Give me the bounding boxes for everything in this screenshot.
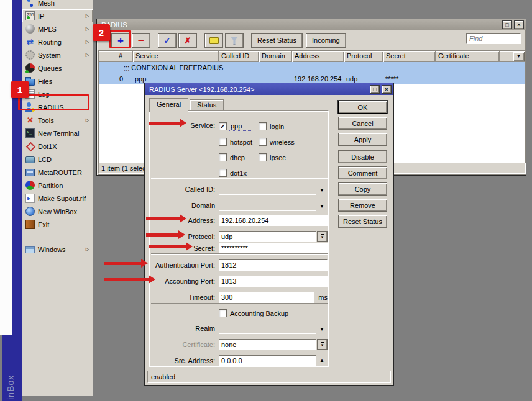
table-header: #ServiceCalled IDDomainAddressProtocolSe…	[99, 51, 525, 62]
sidebar-item-system[interactable]: System▷	[22, 48, 93, 61]
column-header-secret[interactable]: Secret	[383, 51, 436, 62]
remove-button[interactable]: Remove	[338, 199, 387, 212]
service-option-wireless[interactable]: wireless	[259, 136, 295, 148]
chevron-down-icon[interactable]: ▼	[316, 202, 328, 209]
column-header-certificate[interactable]: Certificate	[436, 51, 500, 62]
radius-window-titlebar[interactable]: RADIUS □ ×	[97, 19, 526, 30]
protocol-input[interactable]	[219, 231, 316, 242]
incoming-button[interactable]: Incoming	[306, 33, 346, 48]
checkbox-ipsec[interactable]	[259, 153, 267, 161]
sidebar-item-lcd[interactable]: LCD	[22, 153, 93, 166]
find-input[interactable]	[466, 33, 521, 44]
desktop-left-margin	[0, 0, 12, 335]
annotation-badge-2: 2	[93, 24, 110, 41]
sidebar-item-label: LCD	[38, 156, 52, 163]
address-input[interactable]	[219, 215, 328, 226]
annotation-arrow-secret	[149, 245, 186, 248]
sidebar-item-mpls[interactable]: MPLS▷	[22, 22, 93, 35]
called-id-input[interactable]	[219, 184, 316, 195]
reset-status-button[interactable]: Reset Status	[338, 215, 387, 228]
metarouter-icon	[25, 169, 35, 176]
ok-button[interactable]: OK	[338, 101, 387, 114]
sidebar-item-windows[interactable]: Windows▷	[22, 243, 93, 256]
column-select-icon[interactable]: ▼	[513, 52, 525, 61]
sidebar-item-mesh[interactable]: Mesh	[22, 0, 93, 9]
authentication-port-input[interactable]	[219, 259, 328, 271]
checkbox-ppp[interactable]: ✓	[219, 122, 227, 130]
service-option-hotspot[interactable]: hotspot	[219, 136, 259, 148]
submenu-arrow-icon: ▷	[86, 26, 89, 32]
checkbox-dhcp[interactable]	[219, 153, 227, 161]
maximize-icon[interactable]: □	[502, 20, 512, 29]
certificate-input[interactable]	[219, 339, 316, 350]
checkbox-wireless[interactable]	[259, 138, 267, 146]
dropdown-spin-icon[interactable]: ▼	[317, 339, 328, 350]
separator	[151, 303, 328, 304]
sidebar-item-tools[interactable]: ✕Tools▷	[22, 114, 93, 127]
chevron-down-icon[interactable]: ▼	[316, 325, 328, 331]
comment-button[interactable]	[204, 33, 223, 48]
checkbox-hotspot[interactable]	[219, 138, 227, 146]
sidebar-item-new-terminal[interactable]: New Terminal	[22, 127, 93, 140]
sidebar-item-routing[interactable]: ⇄Routing▷	[22, 35, 93, 48]
close-icon[interactable]: ×	[382, 85, 392, 94]
close-icon[interactable]: ×	[514, 20, 524, 29]
secret-input[interactable]	[219, 243, 328, 254]
separator	[151, 178, 328, 179]
service-option-ppp[interactable]: ✓ppp	[219, 120, 259, 132]
sidebar-item-exit[interactable]: Exit	[22, 218, 93, 231]
checkbox-login[interactable]	[259, 122, 267, 130]
disable-button[interactable]: ✗	[178, 33, 197, 48]
realm-input[interactable]	[219, 323, 316, 334]
column-header-called-id[interactable]: Called ID	[219, 51, 259, 62]
sidebar-item-ip[interactable]: IP▷	[22, 9, 93, 22]
accounting-port-input[interactable]	[219, 276, 328, 287]
sidebar-item-dot1x[interactable]: Dot1X	[22, 140, 93, 153]
sidebar-item-label: Files	[38, 78, 52, 85]
service-option-dhcp[interactable]: dhcp	[219, 151, 259, 163]
tab-general[interactable]: General	[149, 98, 188, 112]
sidebar-item-make-supout-rif[interactable]: Make Supout.rif	[22, 192, 93, 205]
chevron-up-icon[interactable]: ▲	[316, 358, 328, 363]
maximize-icon[interactable]: □	[370, 85, 380, 94]
sidebar-item-label: Queues	[38, 65, 62, 72]
sidebar-item-metarouter[interactable]: MetaROUTER	[22, 166, 93, 179]
authentication-port-label: Authentication Port:	[151, 261, 215, 269]
sidebar-item-queues[interactable]: Queues	[22, 61, 93, 74]
sidebar-item-partition[interactable]: Partition	[22, 179, 93, 192]
tab-status[interactable]: Status	[190, 99, 224, 110]
apply-button[interactable]: Apply	[338, 133, 387, 146]
remove-button[interactable]: −	[132, 33, 150, 48]
service-option-label: login	[270, 123, 284, 130]
column-header-service[interactable]: Service	[133, 51, 219, 62]
chevron-down-icon[interactable]: ▼	[316, 186, 328, 192]
timeout-input[interactable]	[219, 292, 314, 303]
column-header-protocol[interactable]: Protocol	[344, 51, 383, 62]
dropdown-spin-icon[interactable]: ▼	[317, 231, 328, 242]
column-header-address[interactable]: Address	[292, 51, 344, 62]
sidebar-item-files[interactable]: Files	[22, 74, 93, 88]
sidebar-item-new-winbox[interactable]: New WinBox	[22, 205, 93, 218]
enable-button[interactable]: ✓	[158, 33, 177, 48]
domain-input[interactable]	[219, 200, 316, 211]
service-option-ipsec[interactable]: ipsec	[259, 151, 295, 163]
service-option-login[interactable]: login	[259, 120, 295, 132]
table-row-comment[interactable]: ;;; CONEXION AL FREERADIUS	[99, 62, 525, 73]
called-id-label: Called ID:	[151, 186, 215, 193]
comment-button[interactable]: Comment	[338, 166, 387, 179]
copy-button[interactable]: Copy	[338, 182, 387, 196]
reset-status-toolbar-button[interactable]: Reset Status	[251, 33, 303, 48]
src-address-input[interactable]	[219, 355, 316, 366]
domain-label: Domain	[151, 202, 215, 209]
dialog-titlebar[interactable]: RADIUS Server <192.168.20.254> □ ×	[145, 83, 393, 95]
checkbox-dot1x[interactable]	[219, 169, 227, 177]
accounting-backup-checkbox[interactable]	[219, 309, 227, 317]
sidebar-item-label: Make Supout.rif	[38, 195, 86, 202]
toolbar-icon-buttons: +−✓✗	[111, 33, 245, 48]
filter-button[interactable]	[225, 33, 244, 48]
cancel-button[interactable]: Cancel	[338, 117, 387, 130]
column-header-domain[interactable]: Domain	[259, 51, 292, 62]
column-header-[interactable]: #	[99, 51, 133, 62]
annotation-arrow-address	[146, 217, 180, 220]
disable-button[interactable]: Disable	[338, 150, 387, 163]
